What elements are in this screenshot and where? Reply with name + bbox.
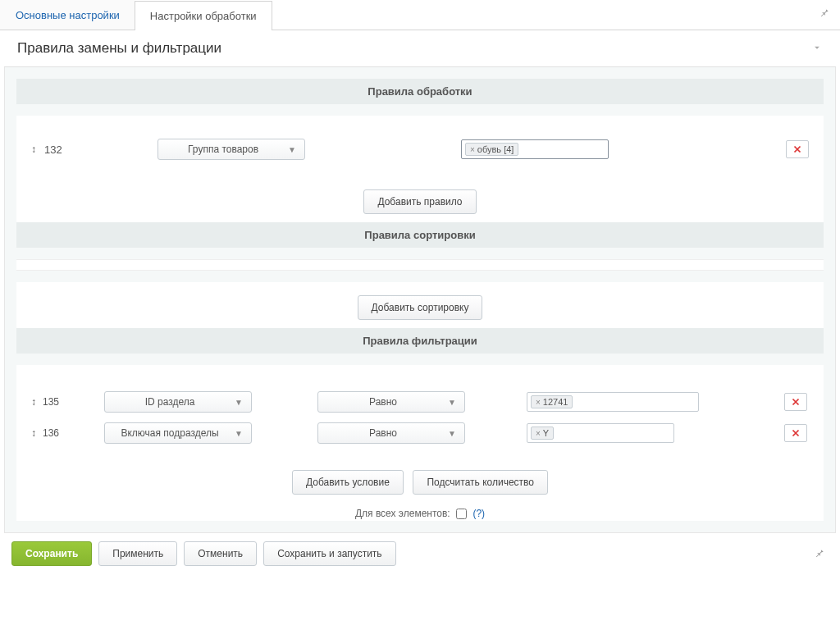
tag-remove-icon[interactable]: × [536, 398, 541, 407]
filter-row: ↕ 135 ID раздела ▼ Равно ▼ [26, 386, 814, 417]
drag-handle-icon[interactable]: ↕ [26, 144, 41, 155]
add-rule-row: Добавить правило [16, 176, 824, 222]
for-all-elements-row: Для всех элементов: (?) [16, 503, 824, 521]
help-link[interactable]: (?) [472, 508, 485, 519]
tag-label: 12741 [543, 397, 568, 407]
section-processing-header: Правила обработки [16, 79, 824, 104]
rule-field-select[interactable]: Группа товаров ▼ [158, 139, 305, 160]
filter-field-select[interactable]: ID раздела ▼ [104, 391, 252, 413]
save-run-button[interactable]: Сохранить и запустить [263, 541, 396, 566]
chevron-down-icon: ▼ [448, 429, 456, 438]
tag-remove-icon[interactable]: × [470, 145, 475, 154]
tag: × обувь [4] [465, 143, 518, 156]
for-all-checkbox[interactable] [456, 509, 467, 519]
filter-value-input[interactable]: × 12741 [527, 392, 699, 412]
tab-basic[interactable]: Основные настройки [0, 0, 135, 30]
filter-field-select[interactable]: Включая подразделы ▼ [104, 422, 252, 444]
filter-id: 135 [43, 396, 75, 408]
panel-header: Правила замены и фильтрации [4, 30, 836, 67]
chevron-down-icon: ▼ [235, 429, 243, 438]
panel-title: Правила замены и фильтрации [17, 40, 221, 57]
tag: × 12741 [531, 395, 573, 408]
filter-op-select[interactable]: Равно ▼ [317, 391, 465, 413]
rule-id: 132 [41, 144, 75, 156]
collapse-icon[interactable] [811, 42, 823, 56]
drag-handle-icon[interactable]: ↕ [26, 427, 41, 439]
chevron-down-icon: ▼ [235, 398, 243, 407]
section-sorting-header: Правила сортировки [16, 222, 824, 248]
delete-filter-button[interactable] [784, 424, 807, 442]
cancel-button[interactable]: Отменить [184, 541, 257, 566]
tab-processing[interactable]: Настройки обработки [135, 1, 272, 30]
pin-icon[interactable] [814, 547, 840, 561]
apply-button[interactable]: Применить [98, 541, 177, 566]
processing-rules: ↕ 132 Группа товаров ▼ × обувь [16, 116, 824, 176]
filter-op-select[interactable]: Равно ▼ [317, 422, 465, 444]
save-button[interactable]: Сохранить [11, 541, 92, 566]
add-rule-button[interactable]: Добавить правило [363, 189, 476, 214]
tag: × Y [531, 427, 554, 440]
tabs-bar: Основные настройки Настройки обработки [0, 0, 840, 30]
delete-rule-button[interactable] [786, 140, 809, 158]
add-condition-button[interactable]: Добавить условие [292, 470, 404, 495]
chevron-down-icon: ▼ [448, 398, 456, 407]
pin-icon[interactable] [809, 0, 840, 30]
filter-buttons-row: Добавить условие Подсчитать количество [16, 455, 824, 503]
tag-remove-icon[interactable]: × [536, 429, 541, 438]
filtering-rules: ↕ 135 ID раздела ▼ Равно ▼ [16, 365, 824, 455]
section-filtering-header: Правила фильтрации [16, 328, 824, 354]
tag-label: Y [543, 428, 549, 438]
filter-id: 136 [43, 427, 75, 439]
count-button[interactable]: Подсчитать количество [413, 470, 548, 495]
drag-handle-icon[interactable]: ↕ [26, 396, 41, 408]
action-bar: Сохранить Применить Отменить Сохранить и… [0, 533, 840, 571]
filter-value-input[interactable]: × Y [527, 423, 674, 443]
tag-label: обувь [4] [477, 144, 514, 154]
rule-value-input[interactable]: × обувь [4] [461, 139, 609, 159]
rule-row: ↕ 132 Группа товаров ▼ × обувь [26, 139, 814, 160]
chevron-down-icon: ▼ [288, 145, 296, 154]
for-all-label: Для всех элементов: [355, 508, 450, 519]
add-sort-row: Добавить сортировку [16, 282, 824, 328]
delete-filter-button[interactable] [784, 393, 807, 411]
add-sort-button[interactable]: Добавить сортировку [358, 295, 483, 320]
filter-row: ↕ 136 Включая подразделы ▼ Равно ▼ [26, 417, 814, 449]
